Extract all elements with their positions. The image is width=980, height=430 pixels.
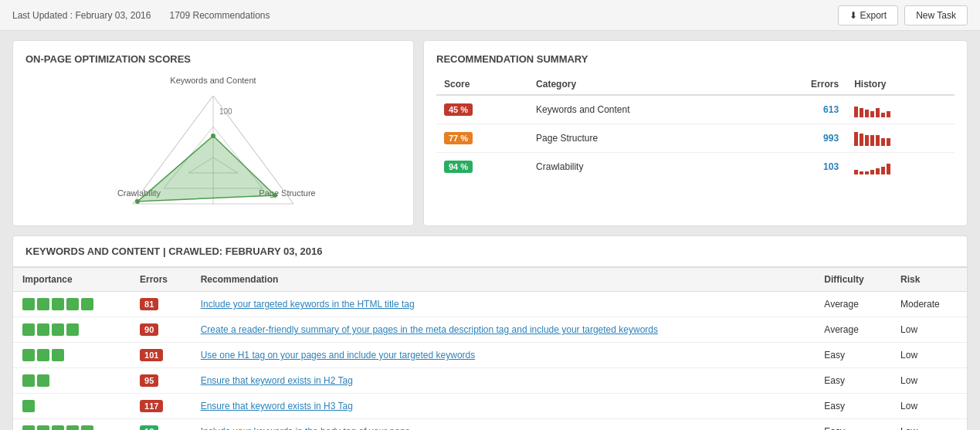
recommendation-link[interactable]: Ensure that keyword exists in H2 Tag bbox=[201, 375, 353, 386]
rec-category-cell: Keywords and Content bbox=[528, 95, 756, 124]
table-row: 90Create a reader-friendly summary of yo… bbox=[13, 317, 967, 343]
errors-link[interactable]: 613 bbox=[823, 104, 839, 115]
kw-col-risk: Risk bbox=[891, 268, 967, 292]
importance-cell bbox=[13, 343, 131, 368]
table-row: 117Ensure that keyword exists in H3 TagE… bbox=[13, 394, 967, 419]
risk-cell: Low bbox=[891, 394, 967, 419]
rec-history-cell bbox=[846, 153, 955, 181]
error-cell: 81 bbox=[131, 292, 192, 317]
export-icon: ⬇ bbox=[849, 10, 857, 21]
errors-link[interactable]: 993 bbox=[823, 133, 839, 144]
rec-table-row: 45 %Keywords and Content613 bbox=[436, 95, 955, 124]
rec-score-cell: 77 % bbox=[436, 124, 528, 153]
error-badge: 90 bbox=[140, 323, 158, 336]
top-bar-actions: ⬇ Export New Task bbox=[838, 5, 968, 25]
main-content: ON-PAGE OPTIMIZATION SCORES Keywords and… bbox=[0, 31, 980, 430]
recommendation-cell: Ensure that keyword exists in H2 Tag bbox=[192, 368, 816, 394]
rec-errors-cell: 103 bbox=[756, 153, 846, 181]
recommendation-summary-panel: RECOMMENDATION SUMMARY Score Category Er… bbox=[423, 40, 968, 226]
error-badge: 81 bbox=[140, 298, 158, 310]
rec-history-cell bbox=[846, 95, 955, 124]
history-bars bbox=[854, 159, 947, 174]
keywords-panel: KEYWORDS AND CONTENT | CRAWLED: FEBRUARY… bbox=[12, 235, 968, 430]
top-panels: ON-PAGE OPTIMIZATION SCORES Keywords and… bbox=[12, 40, 968, 226]
recommendation-link[interactable]: Create a reader-friendly summary of your… bbox=[201, 324, 658, 335]
error-badge: 13 bbox=[140, 425, 158, 430]
table-row: 13Include your keywords in the body tag … bbox=[13, 419, 967, 431]
importance-dots bbox=[22, 425, 121, 430]
score-badge: 45 % bbox=[444, 103, 473, 116]
radar-chart: Keywords and Content Crawlability Page S… bbox=[25, 74, 401, 213]
rec-score-cell: 45 % bbox=[436, 95, 528, 124]
score-badge: 94 % bbox=[444, 161, 473, 173]
col-errors: Errors bbox=[756, 74, 846, 95]
error-badge: 117 bbox=[140, 400, 163, 412]
importance-cell bbox=[13, 368, 131, 394]
svg-point-8 bbox=[211, 134, 215, 138]
difficulty-cell: Average bbox=[815, 292, 891, 317]
importance-dots bbox=[22, 400, 121, 412]
risk-cell: Low bbox=[891, 317, 967, 343]
recommendation-cell: Create a reader-friendly summary of your… bbox=[192, 317, 816, 343]
difficulty-cell: Easy bbox=[815, 394, 891, 419]
recommendation-summary-table: Score Category Errors History 45 %Keywor… bbox=[436, 74, 955, 181]
svg-point-10 bbox=[135, 199, 140, 204]
new-task-button[interactable]: New Task bbox=[904, 5, 968, 25]
rec-history-cell bbox=[846, 124, 955, 153]
score-badge: 77 % bbox=[444, 132, 473, 144]
keywords-table: Importance Errors Recommendation Difficu… bbox=[13, 268, 967, 430]
recommendation-link[interactable]: Include your targeted keywords in the HT… bbox=[201, 299, 415, 310]
table-row: 95Ensure that keyword exists in H2 TagEa… bbox=[13, 368, 967, 394]
col-category: Category bbox=[528, 74, 756, 95]
errors-link[interactable]: 103 bbox=[823, 161, 839, 172]
recommendation-link[interactable]: Ensure that keyword exists in H3 Tag bbox=[201, 401, 353, 411]
risk-cell: Low bbox=[891, 368, 967, 394]
risk-cell: Low bbox=[891, 343, 967, 368]
importance-dots bbox=[22, 374, 121, 387]
importance-cell bbox=[13, 419, 131, 431]
rec-errors-cell: 613 bbox=[756, 95, 846, 124]
top-bar-info: Last Updated : February 03, 2016 1709 Re… bbox=[12, 10, 270, 21]
svg-marker-7 bbox=[137, 136, 275, 201]
label-keywords: Keywords and Content bbox=[170, 76, 256, 85]
keywords-panel-title: KEYWORDS AND CONTENT | CRAWLED: FEBRUARY… bbox=[13, 236, 967, 268]
recommendation-cell: Include your keywords in the body tag of… bbox=[192, 419, 816, 431]
on-page-panel: ON-PAGE OPTIMIZATION SCORES Keywords and… bbox=[12, 40, 414, 226]
difficulty-cell: Easy bbox=[815, 343, 891, 368]
col-history: History bbox=[846, 74, 955, 95]
recommendation-link[interactable]: Include your keywords in the body tag of… bbox=[201, 426, 411, 430]
kw-col-recommendation: Recommendation bbox=[192, 268, 816, 292]
last-updated: Last Updated : February 03, 2016 bbox=[12, 10, 151, 21]
on-page-title: ON-PAGE OPTIMIZATION SCORES bbox=[25, 53, 401, 65]
export-button[interactable]: ⬇ Export bbox=[838, 5, 899, 25]
error-cell: 13 bbox=[131, 419, 192, 431]
risk-cell: Moderate bbox=[891, 292, 967, 317]
history-bars bbox=[854, 130, 947, 146]
error-cell: 101 bbox=[131, 343, 192, 368]
error-badge: 101 bbox=[140, 349, 163, 361]
risk-cell: Low bbox=[891, 419, 967, 431]
kw-col-difficulty: Difficulty bbox=[815, 268, 891, 292]
importance-cell bbox=[13, 292, 131, 317]
svg-point-9 bbox=[273, 193, 277, 198]
difficulty-cell: Easy bbox=[815, 368, 891, 394]
recommendations-count: 1709 Recommendations bbox=[169, 10, 270, 21]
difficulty-cell: Easy bbox=[815, 419, 891, 431]
rec-category-cell: Page Structure bbox=[528, 124, 756, 153]
difficulty-cell: Average bbox=[815, 317, 891, 343]
error-badge: 95 bbox=[140, 374, 158, 387]
rec-score-cell: 94 % bbox=[436, 153, 528, 181]
recommendation-cell: Use one H1 tag on your pages and include… bbox=[192, 343, 816, 368]
importance-dots bbox=[22, 349, 121, 361]
importance-dots bbox=[22, 323, 121, 336]
error-cell: 90 bbox=[131, 317, 192, 343]
svg-text:100: 100 bbox=[219, 107, 232, 116]
kw-col-errors: Errors bbox=[131, 268, 192, 292]
table-row: 101Use one H1 tag on your pages and incl… bbox=[13, 343, 967, 368]
history-bars bbox=[854, 102, 947, 117]
recommendation-link[interactable]: Use one H1 tag on your pages and include… bbox=[201, 350, 476, 361]
rec-category-cell: Crawlability bbox=[528, 153, 756, 181]
kw-col-importance: Importance bbox=[13, 268, 131, 292]
col-score: Score bbox=[436, 74, 528, 95]
importance-cell bbox=[13, 317, 131, 343]
